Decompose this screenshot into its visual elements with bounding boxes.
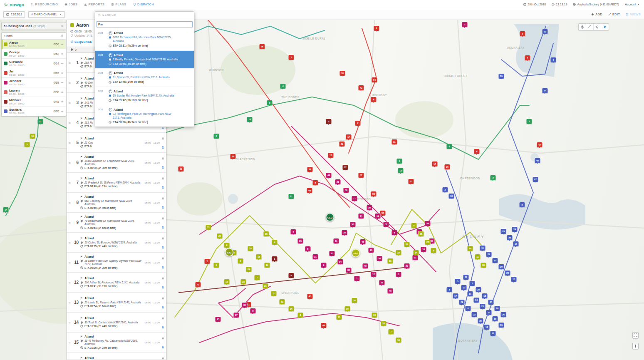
map-marker[interactable]: 14 — [338, 259, 343, 264]
map-marker[interactable]: 2 — [355, 121, 361, 126]
map-marker[interactable]: 15 — [256, 254, 262, 259]
map-marker[interactable]: 49 — [363, 263, 368, 268]
drag-handle-icon[interactable] — [68, 119, 71, 127]
map-marker[interactable]: 33 — [248, 246, 253, 251]
app-logo[interactable]: nowgo — [4, 2, 24, 7]
map-marker[interactable]: 29 — [339, 142, 345, 146]
map-marker[interactable]: 3 — [272, 256, 277, 261]
map-marker[interactable]: 6 — [551, 57, 556, 62]
map-marker[interactable]: 2 — [443, 187, 448, 192]
lock-icon[interactable] — [161, 334, 164, 342]
map-marker[interactable]: 15 — [337, 315, 342, 320]
fullscreen-button[interactable] — [632, 332, 639, 338]
map-marker[interactable]: 2 — [462, 22, 468, 27]
map-marker[interactable]: 5 — [305, 246, 311, 251]
eye-icon[interactable] — [61, 42, 64, 46]
map-marker[interactable]: 17 — [453, 293, 458, 298]
drag-handle-icon[interactable] — [68, 59, 71, 67]
search-box[interactable]: SEARCH — [95, 12, 194, 18]
shift-row-aaron[interactable]: Aaron08:00 - 18:00 0/50 — [2, 40, 66, 49]
map-marker[interactable]: 5 — [455, 279, 461, 284]
map-marker[interactable]: 28 — [379, 280, 385, 285]
map-marker[interactable]: 33 — [488, 300, 494, 305]
map-marker[interactable]: 20 — [505, 271, 510, 276]
map-marker[interactable]: 11 — [206, 225, 211, 230]
map-marker[interactable]: 3 — [447, 287, 452, 292]
map-marker[interactable]: 21 — [263, 283, 268, 288]
unassigned-jobs-box[interactable]: 5 Unassigned Jobs (5 Steps) — [1, 22, 66, 30]
search-input[interactable] — [97, 21, 193, 27]
search-result-row[interactable]: JOB Attend 72 Horningsea Park Dr, Hornin… — [95, 105, 194, 127]
stop-row[interactable]: 14 Attend 39 Togil St, Canley Vale NSW 2… — [67, 313, 166, 333]
person-icon[interactable] — [161, 203, 164, 211]
stop-row[interactable]: 15 Attend 35-43 McBurney Rd, Cabramatta … — [67, 333, 166, 353]
drag-handle-icon[interactable] — [68, 139, 71, 146]
map-marker[interactable]: 4 — [272, 240, 277, 245]
search-result-row[interactable]: JOB Attend 2 Beatty Parade, Georges Hall… — [95, 51, 194, 69]
map-marker[interactable]: 11 — [480, 246, 485, 251]
map-marker[interactable]: 5 — [397, 159, 402, 164]
drag-handle-icon[interactable] — [68, 299, 71, 306]
map-marker[interactable]: 26 — [289, 306, 294, 311]
map-marker[interactable]: 4 — [291, 229, 296, 234]
stop-row[interactable]: 9 Attend 78 Beauchamp St, Marrickville N… — [67, 213, 166, 233]
shift-row-michael[interactable]: Michael08:00 - 18:00 0/45 — [2, 97, 66, 107]
map-marker[interactable]: 7 — [470, 281, 475, 286]
sort-icon[interactable] — [60, 34, 63, 38]
map-marker[interactable]: 5 — [313, 180, 318, 185]
eye-icon[interactable] — [61, 71, 64, 74]
map-marker[interactable]: 25 — [480, 304, 485, 309]
map-marker[interactable]: 13 — [369, 248, 374, 253]
map-marker[interactable]: 19 — [396, 338, 401, 343]
map-marker[interactable]: 8 — [374, 26, 379, 31]
map-marker[interactable]: 10 — [352, 298, 357, 303]
map-marker[interactable]: 16 — [230, 154, 236, 159]
map-marker[interactable]: 7 — [527, 119, 532, 124]
map-marker[interactable]: 46 — [360, 239, 366, 244]
drag-handle-icon[interactable] — [68, 99, 71, 107]
eye-icon[interactable] — [61, 81, 64, 84]
driver-location-marker[interactable]: GIO — [225, 248, 234, 257]
map-marker[interactable]: 2 — [214, 134, 219, 139]
drag-handle-icon[interactable] — [68, 259, 71, 266]
map-marker[interactable]: 23 — [501, 229, 506, 234]
map-marker[interactable]: 18 — [419, 231, 424, 236]
map-marker[interactable]: 50 — [344, 188, 349, 193]
map-marker[interactable]: 21 — [307, 167, 313, 172]
eye-icon[interactable] — [61, 100, 64, 103]
lock-icon[interactable] — [161, 354, 164, 360]
map-marker[interactable]: 45 — [535, 158, 540, 163]
map-marker[interactable]: 11 — [289, 194, 294, 199]
map-marker[interactable]: 24 — [359, 214, 364, 218]
map-marker[interactable]: 12 — [224, 279, 230, 284]
map-marker[interactable]: 23 — [335, 179, 341, 184]
shift-row-giovanni[interactable]: Giovanni08:00 - 18:00 0/14 — [2, 59, 66, 68]
drag-handle-icon[interactable] — [68, 319, 71, 326]
map-marker[interactable]: 24 — [486, 252, 492, 257]
map-marker[interactable]: 55 — [350, 222, 356, 227]
lock-icon[interactable] — [161, 314, 164, 322]
map-marker[interactable]: 19 — [265, 263, 270, 268]
map-marker[interactable]: 21 — [463, 275, 469, 280]
shift-row-lauren[interactable]: Lauren08:00 - 18:00 0/30 — [2, 87, 66, 97]
nav-item-reports[interactable]: REPORTS — [84, 0, 104, 9]
eye-icon[interactable] — [61, 62, 64, 65]
map-marker[interactable]: 12 — [484, 325, 490, 330]
map-marker[interactable]: 6 — [214, 263, 219, 268]
map-marker[interactable]: 10 — [342, 230, 347, 235]
map-marker[interactable]: 16 — [247, 117, 253, 122]
lock-icon[interactable] — [161, 254, 164, 262]
shift-row-george[interactable]: George08:00 - 18:00 0/52 — [2, 49, 66, 59]
map-marker[interactable]: 23 — [241, 279, 246, 284]
drag-handle-icon[interactable] — [68, 279, 71, 286]
map-marker[interactable]: 7 — [255, 275, 260, 280]
map-marker[interactable]: 5 — [326, 119, 332, 124]
map-marker[interactable]: 35 — [242, 303, 248, 308]
map-marker[interactable]: 38 — [367, 205, 372, 210]
map-marker[interactable]: 3 — [490, 175, 496, 180]
lock-icon[interactable] — [161, 214, 164, 222]
map-marker[interactable]: 9 — [486, 310, 492, 315]
stop-row[interactable]: 5 Attend 21 Cop ETA 0 08:00 - 13:00 — [67, 133, 166, 153]
map-marker[interactable]: 8 — [466, 306, 471, 311]
map-marker[interactable]: 40 — [388, 288, 393, 293]
